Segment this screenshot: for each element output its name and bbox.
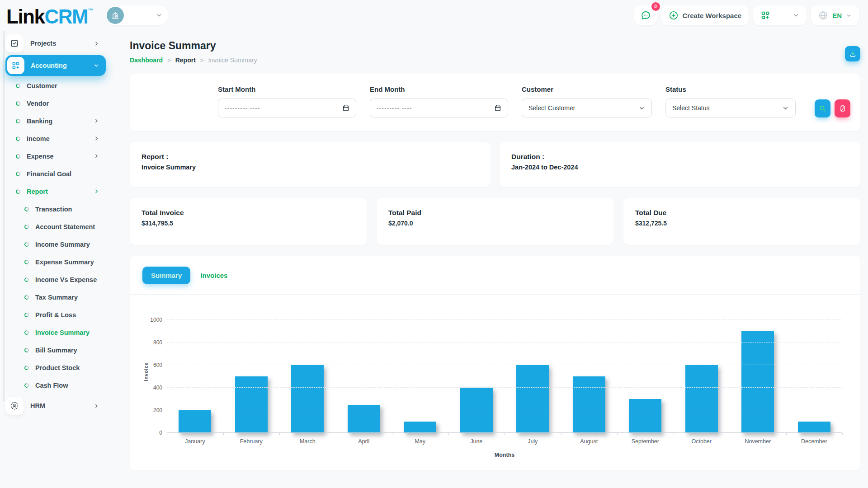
- breadcrumb-report[interactable]: Report: [175, 56, 196, 64]
- tab-invoices[interactable]: Invoices: [200, 272, 227, 279]
- bar-september[interactable]: [629, 399, 661, 433]
- sidebar-item-label: Vendor: [27, 100, 49, 107]
- sidebar-item-cash-flow[interactable]: Cash Flow: [5, 376, 113, 394]
- sidebar-item-accounting[interactable]: Accounting: [5, 55, 106, 76]
- sidebar-item-financial-goal[interactable]: Financial Goal: [5, 165, 113, 183]
- sidebar-item-vendor[interactable]: Vendor: [5, 94, 113, 112]
- x-axis-notch: [617, 433, 618, 435]
- sidebar-item-tax-summary[interactable]: Tax Summary: [5, 288, 113, 306]
- end-month-input[interactable]: --------- ----: [370, 99, 508, 117]
- sidebar-item-banking[interactable]: Banking: [5, 112, 113, 130]
- create-workspace-button[interactable]: Create Workspace: [661, 5, 749, 25]
- sidebar-item-label: Cash Flow: [35, 382, 68, 389]
- sidebar-item-transaction[interactable]: Transaction: [5, 200, 113, 218]
- sidebar-item-label: Income: [27, 135, 50, 142]
- report-label: Report :: [142, 153, 479, 161]
- workspace-selector[interactable]: [105, 5, 169, 25]
- bar-march[interactable]: [291, 365, 324, 433]
- x-axis-ticks: JanuaryFebruaryMarchAprilMayJuneJulyAugu…: [167, 438, 842, 445]
- sidebar-item-product-stock[interactable]: Product Stock: [5, 359, 113, 376]
- search-button[interactable]: [815, 99, 830, 117]
- bullet-icon: [15, 100, 21, 106]
- y-tick-label: 400: [153, 385, 162, 391]
- x-axis-notch: [730, 433, 730, 435]
- tabs: Summary Invoices: [130, 267, 860, 294]
- bar-july[interactable]: [516, 365, 549, 433]
- main-content: Invoice Summary Dashboard > Report > Inv…: [130, 29, 860, 481]
- bar-october[interactable]: [685, 365, 718, 433]
- bar-slot: [730, 306, 786, 433]
- sidebar-item-account-statement[interactable]: Account Statement: [5, 218, 113, 235]
- sidebar-item-invoice-summary[interactable]: Invoice Summary: [5, 324, 113, 341]
- x-axis-notch: [167, 433, 167, 435]
- x-axis-notch: [842, 433, 843, 435]
- bar-june[interactable]: [460, 388, 493, 433]
- bar-december[interactable]: [798, 422, 830, 433]
- apps-menu-button[interactable]: [753, 5, 807, 25]
- bar-slot: [617, 306, 674, 433]
- gridline: [167, 342, 842, 343]
- sidebar-item-label: Customer: [27, 82, 57, 89]
- bar-may[interactable]: [404, 422, 436, 433]
- gridline: [167, 365, 842, 365]
- bullet-icon: [24, 294, 30, 300]
- x-axis-notch: [448, 433, 449, 435]
- bar-august[interactable]: [573, 376, 605, 433]
- x-tick-label: March: [279, 438, 336, 445]
- y-tick-label: 1000: [150, 317, 162, 323]
- bullet-icon: [15, 118, 21, 124]
- download-button[interactable]: [845, 46, 860, 61]
- sidebar-item-label: Bill Summary: [35, 347, 77, 354]
- x-axis-notch: [223, 433, 224, 435]
- breadcrumb: Dashboard > Report > Invoice Summary: [130, 56, 257, 64]
- sidebar-item-expense[interactable]: Expense: [5, 147, 113, 165]
- sidebar-scrollbar[interactable]: [3, 31, 5, 401]
- tab-summary[interactable]: Summary: [142, 267, 190, 284]
- x-tick-label: June: [448, 438, 505, 445]
- bar-slot: [448, 306, 505, 433]
- calendar-icon: [342, 104, 349, 112]
- bullet-icon: [24, 241, 30, 247]
- reset-button[interactable]: [835, 99, 850, 117]
- invoice-bar-chart: Invoice 02004006008001000 JanuaryFebruar…: [130, 295, 860, 458]
- breadcrumb-dashboard[interactable]: Dashboard: [130, 56, 163, 64]
- sidebar-item-customer[interactable]: Customer: [5, 77, 113, 94]
- sidebar-item-profit-loss[interactable]: Profit & Loss: [5, 306, 113, 324]
- x-tick-label: January: [167, 438, 223, 445]
- bullet-icon: [24, 365, 30, 371]
- bar-january[interactable]: [179, 410, 211, 433]
- report-info-row: Report : Invoice Summary Duration : Jan-…: [130, 142, 860, 187]
- sidebar-item-income-summary[interactable]: Income Summary: [5, 235, 113, 253]
- sidebar-item-expense-summary[interactable]: Expense Summary: [5, 253, 113, 271]
- language-selector[interactable]: EN: [811, 5, 859, 25]
- start-month-input[interactable]: --------- ----: [218, 99, 356, 117]
- sidebar-item-label: Financial Goal: [27, 170, 71, 178]
- bar-slot: [505, 306, 561, 433]
- sidebar-item-income-vs-expense[interactable]: Income Vs Expense: [5, 271, 113, 288]
- sidebar-item-label: Income Summary: [35, 241, 90, 248]
- sidebar-item-income[interactable]: Income: [5, 130, 113, 147]
- page-header: Invoice Summary Dashboard > Report > Inv…: [130, 29, 860, 64]
- bar-slot: [279, 306, 336, 433]
- bar-february[interactable]: [235, 376, 268, 433]
- customer-select[interactable]: Select Customer: [522, 99, 652, 117]
- y-axis-ticks: 02004006008001000: [143, 306, 167, 433]
- bar-november[interactable]: [741, 331, 774, 433]
- chevron-right-icon: [94, 118, 99, 124]
- total-due-label: Total Due: [635, 209, 849, 217]
- x-tick-label: April: [336, 438, 392, 445]
- bar-april[interactable]: [348, 405, 380, 433]
- bullet-icon: [15, 188, 21, 194]
- messages-button[interactable]: 0: [634, 5, 657, 25]
- report-value: Invoice Summary: [142, 164, 479, 171]
- total-invoice-card: Total Invoice $314,795.5: [130, 198, 367, 245]
- sidebar: ProjectsAccountingCustomerVendorBankingI…: [0, 29, 113, 484]
- sidebar-item-projects[interactable]: Projects: [5, 33, 113, 54]
- x-tick-label: July: [505, 438, 561, 445]
- y-tick-label: 200: [153, 407, 162, 413]
- sidebar-item-report[interactable]: Report: [5, 183, 113, 200]
- status-select[interactable]: Select Status: [665, 99, 796, 117]
- sidebar-item-hrm[interactable]: HRM: [5, 395, 113, 417]
- sidebar-item-bill-summary[interactable]: Bill Summary: [5, 341, 113, 359]
- filter-card: Start Month --------- ---- End Month ---…: [130, 74, 860, 131]
